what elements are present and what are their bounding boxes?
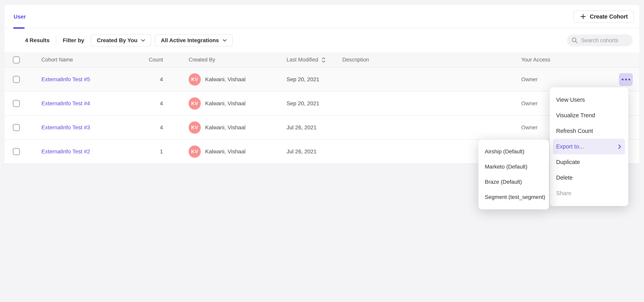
- access-level: Owner: [521, 100, 538, 106]
- last-modified-date: Sep 20, 2021: [286, 76, 320, 82]
- column-header-created-by: Created By: [163, 57, 282, 63]
- cohort-name-link[interactable]: ExternalInfo Test #4: [42, 100, 90, 106]
- menu-item-view-users[interactable]: View Users: [550, 92, 628, 108]
- column-header-cohort-name: Cohort Name: [37, 57, 132, 63]
- ellipsis-icon: [622, 79, 624, 80]
- column-header-last-modified[interactable]: Last Modified: [282, 56, 338, 63]
- filter-by-label: Filter by: [63, 37, 84, 44]
- search-icon: [571, 37, 578, 44]
- row-checkbox[interactable]: [13, 148, 20, 155]
- create-cohort-label: Create Cohort: [590, 14, 628, 20]
- plus-icon: [580, 14, 586, 20]
- creator-name: Kalwani, Vishaal: [205, 148, 246, 155]
- menu-item-delete[interactable]: Delete: [550, 170, 628, 186]
- created-by-filter-dropdown[interactable]: Created By You: [91, 34, 151, 46]
- chevron-down-icon: [222, 39, 227, 42]
- creator-name: Kalwani, Vishaal: [205, 100, 246, 107]
- create-cohort-button[interactable]: Create Cohort: [574, 10, 634, 23]
- menu-item-export-to[interactable]: Export to...: [553, 139, 625, 154]
- column-header-count: Count: [132, 57, 163, 63]
- cohort-name-link[interactable]: ExternalInfo Test #5: [42, 76, 90, 82]
- table-row: ExternalInfo Test #3 4 KV Kalwani, Visha…: [4, 116, 640, 140]
- cohort-name-link[interactable]: ExternalInfo Test #3: [42, 124, 90, 130]
- last-modified-date: Sep 20, 2021: [286, 100, 320, 107]
- tab-bar: User Create Cohort: [4, 5, 640, 28]
- created-by-filter-label: Created By You: [97, 37, 137, 44]
- tab-user-label: User: [14, 14, 26, 20]
- cohort-count: 4: [160, 100, 163, 106]
- submenu-item-marketo-default[interactable]: Marketo (Default): [478, 159, 549, 174]
- integrations-filter-label: All Active Integrations: [161, 37, 219, 44]
- submenu-item-airship-default[interactable]: Airship (Default): [478, 144, 549, 159]
- access-level: Owner: [521, 76, 538, 82]
- cohort-count: 1: [160, 148, 163, 154]
- search-cohorts-input[interactable]: [581, 37, 628, 44]
- submenu-item-braze-default[interactable]: Braze (Default): [478, 174, 549, 190]
- cohorts-page: User Create Cohort 4 Results Filter by C…: [0, 0, 644, 302]
- avatar: KV: [188, 73, 201, 86]
- table-row: ExternalInfo Test #5 4 KV Kalwani, Visha…: [4, 68, 640, 92]
- row-checkbox[interactable]: [13, 76, 20, 83]
- menu-item-duplicate[interactable]: Duplicate: [550, 154, 628, 170]
- avatar: KV: [188, 146, 201, 158]
- tab-user[interactable]: User: [9, 5, 30, 28]
- last-modified-date: Jul 26, 2021: [286, 124, 317, 131]
- menu-item-visualize-trend[interactable]: Visualize Trend: [550, 108, 628, 123]
- toolbar-divider: [56, 36, 56, 44]
- column-header-description: Description: [338, 57, 517, 63]
- creator-name: Kalwani, Vishaal: [205, 76, 246, 82]
- integrations-filter-dropdown[interactable]: All Active Integrations: [155, 34, 233, 46]
- cohort-count: 4: [160, 124, 163, 130]
- submenu-item-segment-test-segment[interactable]: Segment (test_segment): [478, 190, 549, 204]
- table-header-row: Cohort Name Count Created By Last Modifi…: [4, 52, 640, 68]
- export-submenu: Airship (Default)Marketo (Default)Braze …: [478, 140, 549, 209]
- tab-active-underline: [13, 27, 25, 29]
- row-actions-button[interactable]: [619, 73, 632, 86]
- column-header-your-access: Your Access: [517, 57, 615, 63]
- cohort-name-link[interactable]: ExternalInfo Test #2: [42, 148, 90, 154]
- access-level: Owner: [521, 124, 538, 130]
- chevron-right-icon: [618, 144, 621, 149]
- avatar: KV: [188, 98, 201, 110]
- table-row: ExternalInfo Test #4 4 KV Kalwani, Visha…: [4, 92, 640, 116]
- row-checkbox[interactable]: [13, 100, 20, 107]
- toolbar: 4 Results Filter by Created By You All A…: [4, 28, 640, 52]
- last-modified-date: Jul 26, 2021: [286, 148, 317, 155]
- avatar: KV: [188, 122, 201, 134]
- cohort-count: 4: [160, 76, 163, 82]
- search-cohorts-field: [567, 34, 633, 46]
- row-actions-menu: View UsersVisualize TrendRefresh CountEx…: [550, 87, 628, 206]
- results-count: 4 Results: [25, 37, 50, 44]
- menu-item-share: Share: [550, 186, 628, 201]
- select-all-checkbox[interactable]: [13, 56, 20, 64]
- menu-item-refresh-count[interactable]: Refresh Count: [550, 123, 628, 139]
- sort-icon: [322, 56, 326, 63]
- row-checkbox[interactable]: [13, 124, 20, 131]
- chevron-down-icon: [141, 39, 145, 42]
- creator-name: Kalwani, Vishaal: [205, 124, 246, 131]
